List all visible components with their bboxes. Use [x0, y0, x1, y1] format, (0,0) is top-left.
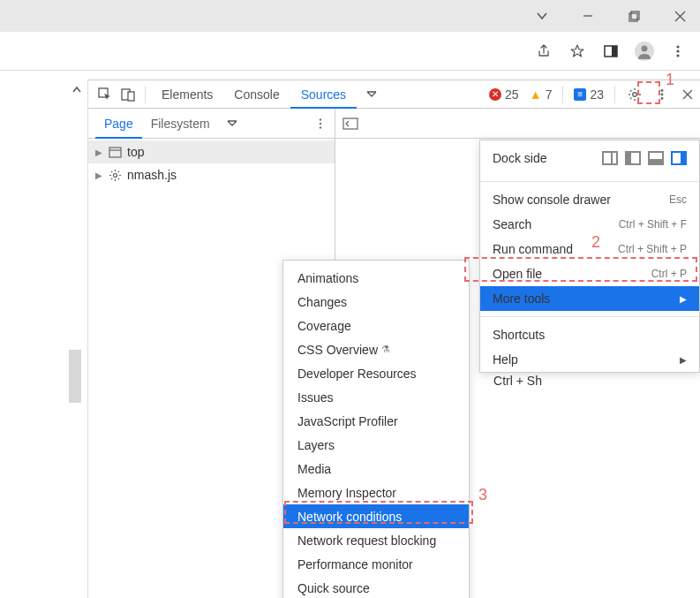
tree-item-label: nmash.js [127, 168, 177, 182]
scroll-marker [69, 350, 81, 403]
submenu-quick-source[interactable]: Quick source [283, 576, 469, 598]
svg-point-16 [661, 89, 664, 92]
submenu-arrow-icon: ▶ [680, 294, 687, 304]
menu-run-command[interactable]: Run commandCtrl + Shift + P [480, 237, 699, 261]
svg-point-18 [661, 97, 664, 100]
submenu-layers[interactable]: Layers [283, 433, 469, 457]
tab-console[interactable]: Console [223, 80, 290, 109]
menu-more-tools[interactable]: More tools▶ [480, 286, 699, 311]
dock-undock-icon[interactable] [602, 151, 618, 165]
maximize-button[interactable] [621, 3, 647, 29]
device-toggle-icon[interactable] [117, 83, 139, 106]
more-tabs-icon[interactable] [360, 90, 383, 99]
disclosure-triangle-icon: ▶ [95, 148, 102, 157]
submenu-developer-resources[interactable]: Developer Resources [283, 361, 469, 385]
svg-point-10 [676, 49, 679, 52]
svg-point-26 [113, 173, 117, 177]
sidepanel-icon[interactable] [598, 38, 624, 64]
experimental-flask-icon: ⚗ [381, 344, 390, 355]
show-navigator-icon[interactable] [342, 117, 358, 130]
devtools-main-menu: Dock side Show console drawerEsc SearchC… [479, 140, 700, 373]
bookmark-star-icon[interactable] [564, 38, 591, 64]
tree-item-script[interactable]: ▶ nmash.js [88, 163, 335, 186]
submenu-js-profiler[interactable]: JavaScript Profiler [283, 409, 469, 433]
submenu-media[interactable]: Media [283, 457, 469, 481]
submenu-coverage[interactable]: Coverage [283, 314, 469, 337]
warnings-badge[interactable]: ▲7 [524, 85, 558, 104]
svg-rect-14 [128, 92, 134, 101]
page-gutter [0, 79, 88, 598]
share-icon[interactable] [531, 38, 557, 64]
submenu-animations[interactable]: Animations [283, 266, 469, 290]
svg-point-22 [320, 122, 321, 124]
submenu-network-request-blocking[interactable]: Network request blocking [283, 528, 469, 552]
nav-tab-filesystem[interactable]: Filesystem [142, 109, 219, 139]
svg-point-23 [320, 126, 321, 128]
svg-point-9 [676, 45, 679, 48]
tree-item-label: top [127, 145, 144, 159]
menu-search[interactable]: SearchCtrl + Shift + F [480, 212, 699, 237]
submenu-changes[interactable]: Changes [283, 290, 469, 314]
messages-badge[interactable]: ≡23 [568, 85, 609, 104]
submenu-performance-monitor[interactable]: Performance monitor [283, 552, 469, 576]
dock-side-label: Dock side [493, 151, 546, 165]
svg-rect-6 [612, 46, 617, 57]
menu-show-console[interactable]: Show console drawerEsc [480, 187, 699, 212]
tab-search-button[interactable] [529, 3, 555, 29]
nav-more-icon[interactable] [219, 119, 245, 128]
dock-bottom-icon[interactable] [648, 151, 664, 165]
tab-sources[interactable]: Sources [290, 80, 357, 109]
submenu-css-overview[interactable]: CSS Overview⚗ [283, 337, 469, 361]
browser-toolbar [0, 32, 700, 71]
window-frame-icon [108, 145, 122, 159]
browser-menu-icon[interactable] [665, 38, 691, 64]
menu-shortcuts[interactable]: Shortcuts [480, 322, 699, 347]
dock-right-icon[interactable] [671, 151, 687, 165]
submenu-arrow-icon: ▶ [680, 355, 687, 365]
nav-tab-page[interactable]: Page [95, 109, 142, 139]
close-devtools-icon[interactable] [675, 89, 700, 100]
close-window-button[interactable] [666, 3, 693, 29]
inspect-element-icon[interactable] [94, 83, 117, 106]
collapse-chevron-icon[interactable] [72, 85, 82, 95]
window-titlebar [0, 0, 700, 32]
svg-point-21 [320, 118, 321, 120]
tree-item-top[interactable]: ▶ top [88, 140, 335, 163]
gear-script-icon [108, 168, 122, 182]
profile-avatar-icon[interactable] [631, 38, 658, 64]
submenu-issues[interactable]: Issues [283, 385, 469, 409]
devtools-tabbar: Elements Console Sources ✕25 ▲7 ≡23 [88, 80, 700, 109]
svg-point-17 [661, 93, 664, 95]
svg-rect-1 [629, 13, 637, 21]
dock-left-icon[interactable] [625, 151, 641, 165]
tab-elements[interactable]: Elements [151, 80, 223, 109]
submenu-network-conditions[interactable]: Network conditions [283, 504, 469, 528]
minimize-button[interactable] [575, 3, 601, 29]
disclosure-triangle-icon: ▶ [95, 170, 102, 180]
svg-point-11 [676, 54, 679, 57]
nav-options-icon[interactable] [306, 117, 335, 130]
more-tools-submenu: Animations Changes Coverage CSS Overview… [282, 260, 470, 598]
errors-badge[interactable]: ✕25 [484, 85, 524, 104]
svg-point-15 [633, 92, 636, 95]
svg-point-8 [642, 45, 648, 51]
svg-rect-24 [109, 148, 121, 157]
svg-rect-2 [631, 11, 639, 19]
menu-help[interactable]: Help▶ [480, 347, 699, 372]
submenu-memory-inspector[interactable]: Memory Inspector [283, 481, 469, 504]
settings-gear-icon[interactable] [621, 87, 649, 102]
menu-open-file[interactable]: Open fileCtrl + P [480, 261, 699, 286]
devtools-menu-icon[interactable] [649, 88, 675, 101]
